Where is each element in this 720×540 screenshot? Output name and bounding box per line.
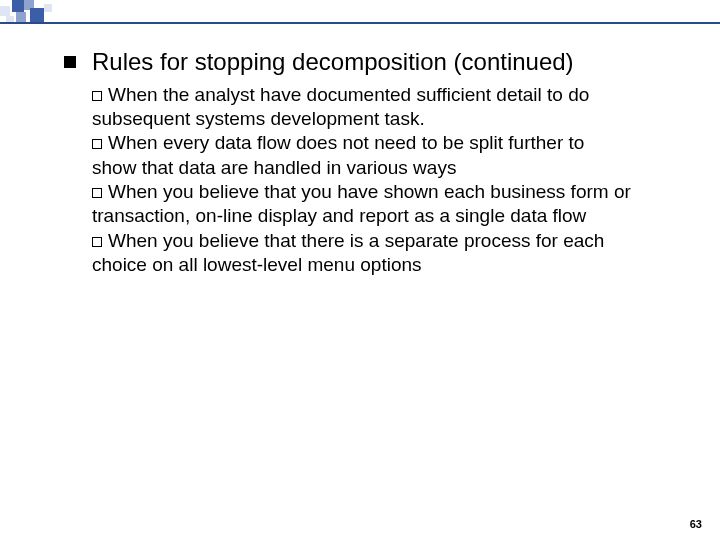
- hollow-bullet-icon: [92, 139, 102, 149]
- sub-bullets: When the analyst have documented suffici…: [92, 83, 632, 278]
- header-rule: [0, 22, 720, 24]
- sub-item: When every data flow does not need to be…: [92, 131, 632, 180]
- sub-text: When every data flow does not need to be…: [92, 132, 584, 177]
- hollow-bullet-icon: [92, 237, 102, 247]
- slide-content: Rules for stopping decomposition (contin…: [64, 48, 672, 277]
- sub-text: When you believe that there is a separat…: [92, 230, 604, 275]
- hollow-bullet-icon: [92, 188, 102, 198]
- slide-title: Rules for stopping decomposition (contin…: [92, 48, 574, 77]
- sub-item: When you believe that there is a separat…: [92, 229, 632, 278]
- sub-item: When the analyst have documented suffici…: [92, 83, 632, 132]
- hollow-bullet-icon: [92, 91, 102, 101]
- bullet-icon: [64, 56, 76, 68]
- sub-item: When you believe that you have shown eac…: [92, 180, 632, 229]
- sub-text: When you believe that you have shown eac…: [92, 181, 631, 226]
- title-row: Rules for stopping decomposition (contin…: [64, 48, 672, 77]
- sub-text: When the analyst have documented suffici…: [92, 84, 589, 129]
- page-number: 63: [690, 518, 702, 530]
